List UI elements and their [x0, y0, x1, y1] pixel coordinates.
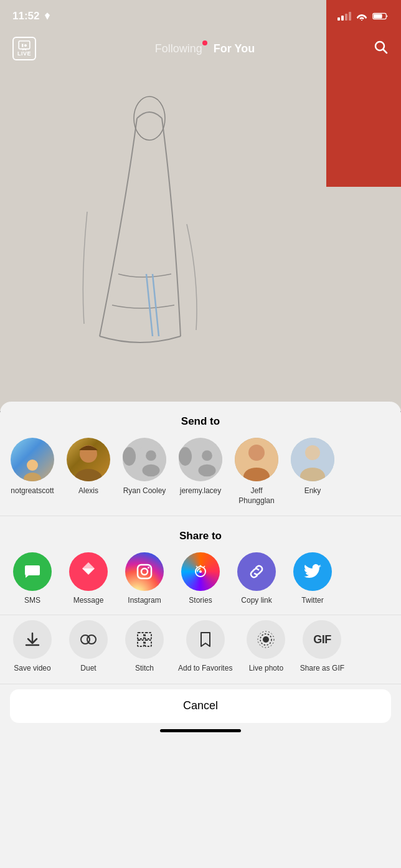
instagram-icon [125, 552, 164, 591]
status-time: 11:52 [12, 10, 52, 22]
svg-point-21 [305, 445, 320, 460]
bottom-sheet: Send to notgreatscott Alexis [0, 402, 401, 868]
avatar-default [192, 438, 222, 481]
avatar-placeholder [123, 438, 166, 481]
share-label: Instagram [128, 596, 161, 605]
live-label: LIVE [17, 50, 31, 57]
svg-point-13 [143, 465, 160, 477]
contact-name: Ryan Cooley [123, 486, 166, 496]
svg-point-10 [75, 469, 102, 481]
search-button[interactable] [374, 40, 389, 57]
contact-item[interactable]: notgreatscott [10, 438, 55, 506]
svg-point-37 [263, 636, 269, 643]
svg-point-29 [199, 570, 202, 573]
action-item-stitch[interactable]: Stitch [122, 620, 167, 674]
search-icon [374, 40, 389, 55]
contact-item[interactable]: Ryan Cooley [122, 438, 167, 506]
tab-following[interactable]: Following [155, 42, 202, 55]
save-video-icon [13, 620, 52, 659]
svg-point-0 [134, 97, 165, 140]
share-item-sms[interactable]: SMS [10, 552, 55, 605]
send-to-title: Send to [0, 402, 401, 438]
twitter-icon [293, 552, 332, 591]
svg-rect-36 [145, 640, 151, 646]
svg-point-27 [148, 567, 149, 568]
avatar-image [291, 438, 334, 481]
avatar-image [67, 438, 110, 481]
svg-point-32 [87, 635, 96, 644]
sms-icon [13, 552, 52, 591]
action-label: Add to Favorites [178, 664, 232, 674]
action-label: Share as GIF [300, 664, 344, 674]
action-item-live-photo[interactable]: Live photo [243, 620, 288, 674]
share-label: Twitter [301, 596, 323, 605]
following-dot [202, 40, 207, 45]
contact-item[interactable]: jeremy.lacey [178, 438, 223, 506]
location-icon [43, 12, 52, 21]
svg-point-15 [202, 450, 212, 461]
action-label: Stitch [135, 664, 154, 674]
svg-rect-35 [138, 640, 144, 646]
contact-name: Jeff Phungglan [234, 486, 279, 506]
tab-for-you[interactable]: For You [214, 42, 255, 55]
contact-name: Alexis [78, 486, 98, 496]
action-item-favorites[interactable]: Add to Favorites [178, 620, 232, 674]
home-indicator [160, 729, 241, 732]
live-photo-icon [247, 620, 285, 659]
divider-3 [0, 684, 401, 684]
share-item-message[interactable]: Message [66, 552, 111, 605]
live-button[interactable]: LIVE [12, 37, 36, 60]
tv-icon [17, 40, 31, 50]
cancel-label: Cancel [183, 699, 218, 712]
action-item-duet[interactable]: Duet [66, 620, 111, 674]
favorites-icon [186, 620, 225, 659]
status-bar: 11:52 [0, 0, 401, 32]
svg-point-12 [146, 450, 156, 461]
battery-icon [372, 12, 389, 21]
avatar-placeholder [179, 438, 222, 481]
svg-rect-33 [138, 633, 144, 639]
svg-point-8 [24, 473, 41, 481]
action-item-save-video[interactable]: Save video [10, 620, 55, 674]
avatar-default [136, 438, 166, 481]
svg-point-26 [141, 568, 148, 575]
svg-point-16 [199, 465, 216, 477]
share-item-stories[interactable]: Stories [178, 552, 223, 605]
share-label: SMS [24, 596, 40, 605]
svg-rect-3 [374, 14, 382, 19]
contact-item[interactable]: Jeff Phungglan [234, 438, 279, 506]
svg-point-30 [200, 565, 202, 567]
contact-item[interactable]: Enky [290, 438, 335, 506]
svg-point-1 [361, 20, 362, 21]
gif-icon: GIF [303, 620, 341, 659]
cancel-button[interactable]: Cancel [10, 689, 391, 723]
svg-rect-4 [19, 41, 30, 49]
avatar [291, 438, 334, 481]
share-to-title: Share to [0, 516, 401, 552]
duet-icon [69, 620, 108, 659]
message-icon [69, 552, 108, 591]
svg-point-7 [27, 460, 38, 471]
svg-rect-25 [138, 565, 151, 578]
share-item-twitter[interactable]: Twitter [290, 552, 335, 605]
svg-marker-24 [82, 562, 95, 568]
stitch-icon [125, 620, 164, 659]
gif-text: GIF [313, 633, 331, 646]
avatar [67, 438, 110, 481]
signal-bars [337, 12, 351, 21]
share-label: Stories [189, 596, 212, 605]
wifi-icon [356, 12, 367, 21]
avatar-image [19, 455, 45, 481]
contact-name: jeremy.lacey [180, 486, 221, 496]
top-nav: LIVE Following For You [0, 32, 401, 65]
nav-tabs: Following For You [155, 42, 255, 55]
action-row: Save video Duet Stitch [0, 615, 401, 684]
share-item-instagram[interactable]: Instagram [122, 552, 167, 605]
share-item-copylink[interactable]: Copy link [234, 552, 279, 605]
share-label: Message [73, 596, 104, 605]
contact-item[interactable]: Alexis [66, 438, 111, 506]
copylink-icon [237, 552, 276, 591]
contact-name: Enky [304, 486, 321, 496]
svg-rect-34 [145, 633, 151, 639]
action-item-gif[interactable]: GIF Share as GIF [300, 620, 344, 674]
